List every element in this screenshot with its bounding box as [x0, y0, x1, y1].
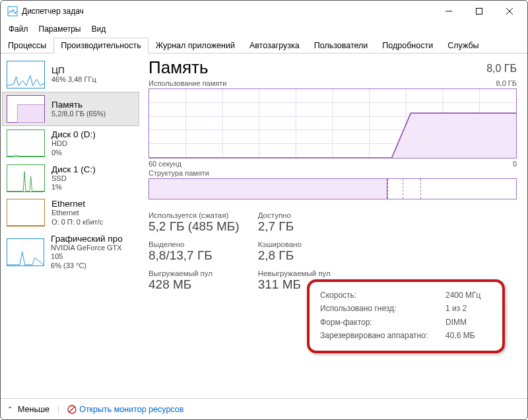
hw-k: Зарезервировано аппаратно:: [320, 329, 446, 342]
tab-processes[interactable]: Процессы: [1, 38, 53, 53]
footer-separator: |: [57, 405, 59, 414]
gpu-thumb: [7, 238, 44, 266]
speed-k: Скорость:: [320, 289, 446, 302]
usage-graph-header: Использование памяти 8,0 ГБ: [148, 79, 517, 87]
eth-sub1: Ethernet: [51, 209, 103, 218]
disk1-thumb: [7, 164, 45, 192]
resmon-label: Открыть монитор ресурсов: [79, 405, 183, 414]
memory-composition[interactable]: [148, 178, 517, 199]
memory-sub: 5,2/8,0 ГБ (65%): [51, 110, 106, 119]
disk1-title: Диск 1 (C:): [51, 164, 96, 174]
total-memory: 8,0 ГБ: [486, 63, 517, 75]
sidebar-item-memory[interactable]: Память 5,2/8,0 ГБ (65%): [2, 92, 139, 126]
cpu-text: ЦП 46% 3,48 ГГц: [51, 65, 96, 85]
cpu-sub: 46% 3,48 ГГц: [51, 75, 96, 85]
speed-v: 2400 МГц: [446, 289, 480, 302]
app-icon: [7, 6, 18, 17]
paged-value: 428 МБ: [148, 277, 240, 292]
usage-max: 8,0 ГБ: [496, 79, 517, 87]
memory-thumb: [7, 95, 45, 123]
cached-label: Кэшировано: [258, 240, 331, 248]
menu-view[interactable]: Вид: [86, 23, 111, 35]
commit-value: 8,8/13,7 ГБ: [148, 248, 240, 263]
disk0-sub2: 0%: [51, 149, 96, 158]
page-title: Память: [148, 57, 209, 78]
used-label: Используется (сжатая): [148, 211, 240, 219]
x-right: 0: [513, 160, 517, 168]
svg-marker-5: [17, 105, 44, 123]
disk1-text: Диск 1 (C:) SSD 1%: [51, 164, 96, 193]
close-button[interactable]: [494, 1, 525, 22]
gpu-sub1: NVIDIA GeForce GTX 105: [51, 244, 135, 262]
stats-col-1: Используется (сжатая) 5,2 ГБ (485 МБ) Вы…: [148, 211, 240, 292]
memory-text: Память 5,2/8,0 ГБ (65%): [51, 100, 106, 119]
sidebar-item-ethernet[interactable]: Ethernet Ethernet О: 0 П: 0 кбит/с: [2, 195, 139, 230]
tabs: Процессы Производительность Журнал прило…: [1, 36, 527, 53]
disk0-thumb: [7, 129, 45, 157]
tab-startup[interactable]: Автозагрузка: [242, 38, 307, 53]
resmon-icon: [67, 405, 77, 414]
svg-rect-2: [477, 9, 482, 15]
window-controls: [434, 1, 525, 22]
sidebar-item-disk0[interactable]: Диск 0 (D:) HDD 0%: [2, 126, 139, 161]
tab-details[interactable]: Подробности: [375, 38, 440, 53]
memory-info-highlight: Скорость:2400 МГц Использовано гнезд:1 и…: [307, 279, 505, 353]
gpu-sub2: 6% (33 °C): [51, 262, 135, 271]
fewer-details-button[interactable]: Меньше: [18, 405, 50, 414]
cached-value: 2,8 ГБ: [258, 248, 331, 263]
svg-marker-20: [392, 113, 516, 158]
svg-line-22: [69, 407, 75, 412]
slots-k: Использовано гнезд:: [320, 302, 446, 315]
usage-graph-axis: 60 секунд 0: [148, 160, 517, 168]
eth-sub2: О: 0 П: 0 кбит/с: [51, 218, 103, 227]
cpu-title: ЦП: [51, 65, 96, 75]
tab-users[interactable]: Пользователи: [307, 38, 376, 53]
sidebar-item-cpu[interactable]: ЦП 46% 3,48 ГГц: [2, 57, 139, 92]
content: ЦП 46% 3,48 ГГц Память 5,2/8,0 ГБ (65%): [1, 53, 527, 398]
gpu-title: Графический про: [51, 234, 135, 244]
x-left: 60 секунд: [148, 160, 182, 168]
form-v: DIMM: [446, 316, 467, 329]
usage-label: Использование памяти: [148, 79, 226, 87]
memory-usage-graph[interactable]: [148, 88, 517, 158]
tab-apphistory[interactable]: Журнал приложений: [148, 38, 242, 53]
gpu-text: Графический про NVIDIA GeForce GTX 105 6…: [51, 234, 135, 271]
disk0-title: Диск 0 (D:): [51, 129, 96, 139]
used-value: 5,2 ГБ (485 МБ): [148, 219, 240, 234]
eth-title: Ethernet: [51, 199, 103, 209]
titlebar[interactable]: Диспетчер задач: [1, 1, 527, 22]
hw-v: 40,6 МБ: [446, 329, 475, 342]
menu-file[interactable]: Файл: [3, 23, 34, 35]
slots-v: 1 из 2: [446, 302, 467, 315]
paged-label: Выгружаемый пул: [148, 269, 240, 277]
minimize-button[interactable]: [434, 1, 464, 22]
disk0-text: Диск 0 (D:) HDD 0%: [51, 129, 96, 158]
main-panel: Память 8,0 ГБ Использование памяти 8,0 Г…: [141, 53, 527, 398]
menubar: Файл Параметры Вид: [1, 22, 527, 36]
nonpaged-label: Невыгружаемый пул: [258, 269, 331, 277]
struct-label: Структура памяти: [148, 169, 209, 177]
avail-label: Доступно: [258, 211, 331, 219]
disk0-sub1: HDD: [51, 139, 96, 149]
collapse-icon[interactable]: ⌃: [7, 405, 13, 413]
eth-text: Ethernet Ethernet О: 0 П: 0 кбит/с: [51, 199, 103, 227]
tab-performance[interactable]: Производительность: [53, 38, 148, 53]
task-manager-window: Диспетчер задач Файл Параметры Вид Проце…: [0, 0, 528, 420]
disk1-sub1: SSD: [51, 174, 96, 184]
struct-header: Структура памяти: [148, 169, 517, 177]
window-title: Диспетчер задач: [22, 7, 434, 16]
footer: ⌃ Меньше | Открыть монитор ресурсов: [1, 398, 527, 419]
memory-title: Память: [51, 100, 106, 110]
maximize-button[interactable]: [464, 1, 494, 22]
sidebar: ЦП 46% 3,48 ГГц Память 5,2/8,0 ГБ (65%): [1, 53, 141, 398]
commit-label: Выделено: [148, 240, 240, 248]
disk1-sub2: 1%: [51, 183, 96, 192]
menu-options[interactable]: Параметры: [34, 23, 86, 35]
sidebar-item-gpu[interactable]: Графический про NVIDIA GeForce GTX 105 6…: [2, 230, 139, 274]
tab-services[interactable]: Службы: [440, 38, 486, 53]
form-k: Форм-фактор:: [320, 316, 446, 329]
sidebar-item-disk1[interactable]: Диск 1 (C:) SSD 1%: [2, 161, 139, 196]
avail-value: 2,7 ГБ: [258, 219, 331, 234]
open-resmon-link[interactable]: Открыть монитор ресурсов: [67, 405, 183, 414]
cpu-thumb: [7, 61, 45, 88]
